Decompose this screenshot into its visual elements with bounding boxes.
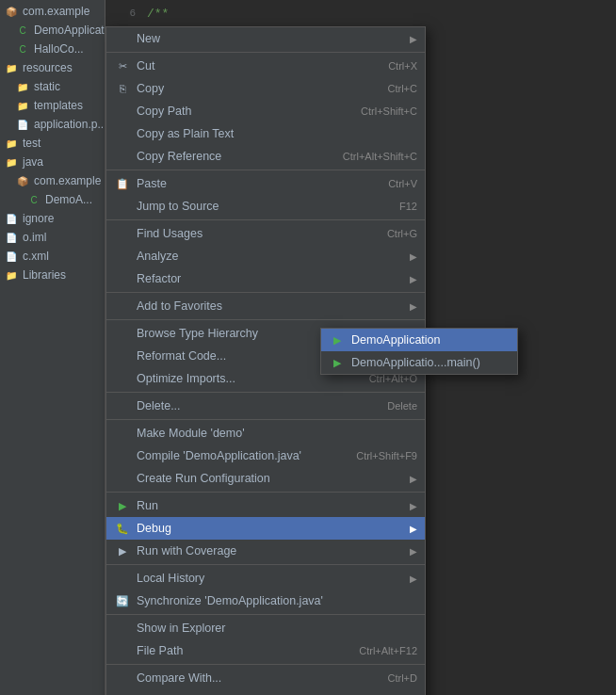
menu-item-cut[interactable]: ✂ Cut Ctrl+X	[106, 55, 425, 77]
menu-item-find-usages[interactable]: Find Usages Ctrl+G	[106, 222, 425, 245]
tree-item-xml[interactable]: 📄 c.xml	[0, 247, 105, 266]
filepath-icon	[114, 642, 131, 659]
menu-item-create-run[interactable]: Create Run Configuration ▶	[106, 467, 425, 490]
menu-item-local-history[interactable]: Local History ▶	[106, 567, 425, 590]
tree-item-iml[interactable]: 📄 o.iml	[0, 228, 105, 247]
refactor-icon	[114, 270, 131, 287]
class-icon: C	[15, 41, 30, 57]
menu-divider	[106, 170, 425, 170]
tree-item-resources[interactable]: 📁 resources	[0, 58, 105, 77]
submenu-item-demo-app-main[interactable]: ▶ DemoApplicatio....main()	[321, 351, 517, 374]
file-tree: 📦 com.example C DemoApplication C HalloC…	[0, 0, 105, 695]
sync-icon: 🔄	[114, 592, 131, 609]
menu-divider	[106, 614, 425, 615]
run-icon: ▶	[114, 497, 131, 514]
make-icon	[114, 425, 131, 442]
reformat-icon	[114, 348, 131, 364]
menu-item-copy-plain[interactable]: Copy as Plain Text	[106, 122, 425, 145]
menu-divider	[106, 319, 425, 320]
tree-item-halloco[interactable]: C HalloCo...	[0, 40, 105, 58]
compile-icon	[114, 447, 131, 464]
menu-item-add-fav[interactable]: Add to Favorites ▶	[106, 295, 425, 317]
folder-icon: 📁	[4, 267, 19, 283]
tree-item-application[interactable]: 📄 application.p...	[0, 115, 105, 134]
analyze-icon	[114, 248, 131, 265]
menu-item-paste[interactable]: 📋 Paste Ctrl+V	[106, 172, 425, 195]
menu-item-run[interactable]: ▶ Run ▶	[106, 494, 425, 517]
folder-icon: 📁	[15, 79, 30, 94]
jump-icon	[114, 198, 131, 215]
menu-item-new[interactable]: New ▶	[106, 27, 425, 50]
file-icon: 📄	[4, 211, 19, 226]
debug-submenu: ▶ DemoApplication ▶ DemoApplicatio....ma…	[320, 328, 518, 375]
create-run-icon	[114, 470, 131, 487]
file-icon: 📄	[4, 230, 19, 245]
menu-item-refactor[interactable]: Refactor ▶	[106, 267, 425, 290]
menu-divider	[106, 419, 425, 420]
menu-item-show-explorer[interactable]: Show in Explorer	[106, 617, 425, 639]
history-icon	[114, 570, 131, 587]
menu-item-delete[interactable]: Delete... Delete	[106, 395, 425, 417]
menu-item-jump[interactable]: Jump to Source F12	[106, 195, 425, 218]
compare-icon	[114, 670, 131, 687]
menu-item-copy[interactable]: ⎘ Copy Ctrl+C	[106, 77, 425, 100]
menu-divider	[106, 292, 425, 293]
menu-divider	[106, 564, 425, 565]
menu-item-analyze[interactable]: Analyze ▶	[106, 245, 425, 267]
folder-icon: 📁	[15, 98, 30, 113]
menu-divider	[106, 219, 425, 220]
menu-divider	[106, 664, 425, 665]
menu-item-make-module[interactable]: Make Module 'demo'	[106, 422, 425, 444]
copy-plain-icon	[114, 125, 131, 142]
menu-item-copy-path[interactable]: Copy Path Ctrl+Shift+C	[106, 100, 425, 122]
menu-item-sync[interactable]: 🔄 Synchronize 'DemoApplication.java'	[106, 590, 425, 612]
find-icon	[114, 225, 131, 242]
tree-item-templates[interactable]: 📁 templates	[0, 96, 105, 115]
menu-item-coverage[interactable]: ▶ Run with Coverage ▶	[106, 540, 425, 562]
class-icon: C	[26, 192, 41, 207]
run-config-icon: ▶	[329, 331, 346, 348]
tree-item-demoa[interactable]: C DemoA...	[0, 190, 105, 209]
file-icon: 📄	[15, 117, 30, 132]
folder-icon: 📁	[4, 60, 19, 75]
folder-icon: 📁	[4, 154, 19, 170]
tree-item-java[interactable]: 📁 java	[0, 153, 105, 171]
tree-item-ignore[interactable]: 📄 ignore	[0, 209, 105, 228]
menu-item-debug[interactable]: 🐛 Debug ▶	[106, 517, 425, 540]
coverage-icon: ▶	[114, 542, 131, 559]
copy-ref-icon	[114, 148, 131, 165]
paste-icon: 📋	[114, 175, 131, 192]
menu-item-compare-with[interactable]: Compare With... Ctrl+D	[106, 667, 425, 689]
package-icon: 📦	[15, 173, 30, 188]
delete-icon	[114, 397, 131, 414]
new-icon	[114, 30, 131, 47]
tree-item-test[interactable]: 📁 test	[0, 134, 105, 153]
submenu-item-demo-app[interactable]: ▶ DemoApplication	[321, 329, 517, 351]
explorer-icon	[114, 620, 131, 637]
hierarchy-icon	[114, 325, 131, 342]
tree-item-com-example[interactable]: 📦 com.example	[0, 2, 105, 21]
class-icon: C	[15, 23, 30, 38]
debug-icon: 🐛	[114, 520, 131, 537]
run-config-icon: ▶	[329, 354, 346, 371]
optimize-icon	[114, 370, 131, 387]
menu-item-copy-ref[interactable]: Copy Reference Ctrl+Alt+Shift+C	[106, 145, 425, 168]
folder-icon: 📁	[4, 136, 19, 151]
copy-path-icon	[114, 103, 131, 120]
menu-divider	[106, 392, 425, 393]
tree-item-demo-app[interactable]: C DemoApplication	[0, 21, 105, 40]
tree-item-static[interactable]: 📁 static	[0, 77, 105, 96]
file-icon: 📄	[4, 249, 19, 264]
menu-divider	[106, 492, 425, 493]
tree-item-libraries[interactable]: 📁 Libraries	[0, 266, 105, 284]
favorites-icon	[114, 298, 131, 315]
menu-divider	[106, 52, 425, 53]
menu-item-file-path[interactable]: File Path Ctrl+Alt+F12	[106, 639, 425, 662]
cut-icon: ✂	[114, 57, 131, 74]
menu-item-compare-editor[interactable]: Compare File with Editor	[106, 689, 425, 695]
package-icon: 📦	[4, 4, 19, 19]
menu-item-compile[interactable]: Compile 'DemoApplication.java' Ctrl+Shif…	[106, 444, 425, 467]
tree-item-com-example2[interactable]: 📦 com.example	[0, 171, 105, 190]
copy-icon: ⎘	[114, 80, 131, 97]
